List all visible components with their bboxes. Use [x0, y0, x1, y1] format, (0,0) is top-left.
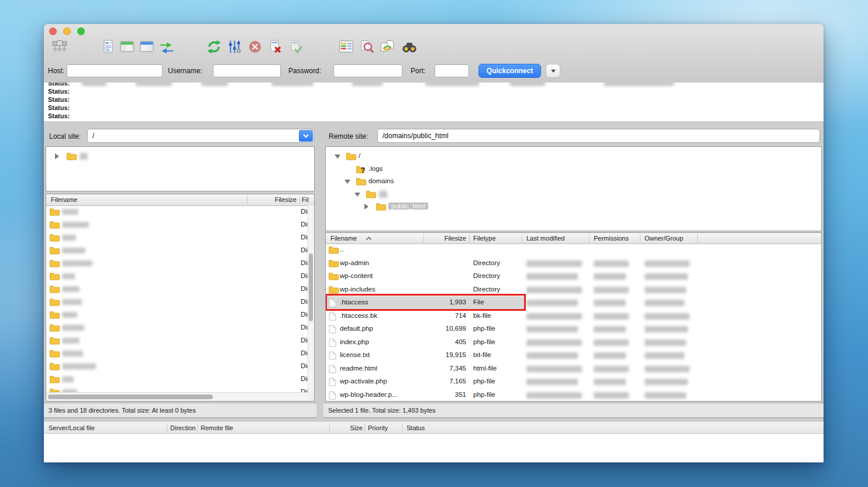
folder-icon [50, 298, 60, 307]
filesize-cell: 7,345 [414, 365, 466, 372]
remote-file-row-wp-blog-header.p...[interactable]: wp-blog-header.p...351php-file [326, 389, 821, 402]
local-tree-toggle-icon[interactable] [119, 38, 135, 56]
folder-icon [376, 203, 386, 212]
filetype-cell: php-file [473, 338, 495, 345]
local-col-filetype[interactable]: Fil [302, 194, 309, 205]
tree-item-label: / [359, 152, 360, 159]
password-input[interactable] [333, 64, 402, 77]
remote-col-last-modified[interactable]: Last modified [526, 233, 564, 244]
refresh-icon[interactable] [206, 38, 222, 56]
cancel-operation-icon[interactable] [247, 38, 263, 56]
tree-item-[interactable]: / [326, 150, 821, 163]
local-site-combobox[interactable]: / [87, 129, 314, 143]
host-input[interactable] [67, 64, 163, 77]
queue-col-direction[interactable]: Direction [170, 422, 195, 434]
remote-col-filename[interactable]: Filename [330, 233, 357, 244]
directory-comparison-icon[interactable] [338, 38, 354, 56]
remote-col-filesize[interactable]: Filesize [425, 233, 466, 244]
local-horizontal-scrollbar[interactable] [46, 392, 308, 401]
chevron-down-icon [551, 70, 556, 73]
find-files-on-server-icon[interactable] [359, 38, 375, 56]
folder-icon [50, 375, 60, 385]
tree-item-label: domains [368, 177, 394, 184]
quickconnect-button[interactable]: Quickconnect [478, 64, 541, 78]
local-col-filesize[interactable]: Filesize [241, 194, 297, 205]
remote-file-row-wp-admin[interactable]: wp-adminDirectory [326, 257, 821, 270]
synchronized-browsing-icon[interactable] [379, 38, 395, 56]
filename-cell: readme.html [340, 365, 377, 372]
collapse-arrow-icon[interactable] [354, 193, 360, 197]
expand-arrow-icon[interactable] [364, 204, 368, 210]
remote-file-row-wp-content[interactable]: wp-contentDirectory [326, 270, 821, 283]
zoom-button[interactable] [77, 28, 85, 35]
scrollbar-thumb[interactable] [309, 253, 313, 321]
tree-item-logs[interactable]: ?.logs [326, 163, 821, 176]
collapse-arrow-icon[interactable] [345, 180, 350, 184]
local-file-row[interactable]: Dir [46, 347, 308, 360]
local-file-row[interactable]: Dir [46, 360, 308, 373]
local-file-row[interactable]: Dir [46, 205, 308, 218]
remote-col-permissions[interactable]: Permissions [594, 233, 629, 244]
username-label: Username: [168, 67, 202, 75]
remote-col-filetype[interactable]: Filetype [473, 233, 496, 244]
local-file-row[interactable]: Dir [46, 296, 308, 308]
minimize-button[interactable] [63, 28, 71, 35]
window-chrome: Host: Username: Password: Port: Quickcon… [44, 24, 824, 83]
username-input[interactable] [213, 64, 281, 77]
remote-col-owner-group[interactable]: Owner/Group [645, 233, 683, 244]
remote-file-row-.htaccess[interactable]: .htaccess1,993File [326, 296, 821, 310]
transfer-queue-toggle-icon[interactable] [159, 38, 175, 56]
local-file-row[interactable]: Dir [46, 373, 308, 386]
remote-file-row-default.php[interactable]: default.php10,699php-file [326, 323, 821, 336]
local-file-row[interactable]: Dir [46, 270, 308, 283]
message-log-toggle-icon[interactable] [100, 38, 116, 56]
local-file-row[interactable]: Dir [46, 231, 308, 244]
tree-item[interactable] [326, 188, 821, 201]
close-button[interactable] [49, 28, 57, 35]
remote-file-row-.htaccess.bk[interactable]: .htaccess.bk714bk-file [326, 310, 821, 323]
local-file-row[interactable]: Dir [46, 334, 308, 347]
tree-item[interactable] [46, 150, 314, 163]
filter-icon[interactable] [226, 38, 243, 56]
local-vertical-scrollbar[interactable] [308, 205, 314, 393]
local-file-row[interactable]: Dir [46, 308, 308, 321]
status-log-line: Status: [48, 112, 818, 121]
folder-icon [50, 349, 60, 359]
quickconnect-dropdown-button[interactable] [546, 64, 560, 78]
remote-file-row-wp-activate.php[interactable]: wp-activate.php7,165php-file [326, 375, 821, 389]
local-directory-tree[interactable] [46, 146, 315, 191]
remote-tree-toggle-icon[interactable] [139, 38, 155, 56]
expand-arrow-icon[interactable] [55, 153, 59, 159]
queue-col-remote-file[interactable]: Remote file [201, 422, 233, 434]
scrollbar-thumb[interactable] [48, 395, 213, 399]
local-site-dropdown-button[interactable] [299, 130, 313, 142]
remote-file-row-..[interactable]: .. [326, 244, 821, 257]
site-manager-icon[interactable] [51, 38, 68, 56]
filetype-cell: php-file [473, 378, 495, 385]
queue-col-status[interactable]: Status [407, 422, 425, 434]
queue-col-server-local-file[interactable]: Server/Local file [49, 422, 95, 434]
remote-directory-tree[interactable]: /?.logsdomainspublic_html [325, 146, 822, 231]
local-file-row[interactable]: Dir [46, 244, 308, 257]
status-log-line: Status: [48, 83, 818, 88]
collapse-arrow-icon[interactable] [335, 155, 340, 159]
local-file-row[interactable]: Dir [46, 218, 308, 231]
local-col-filename[interactable]: Filename [51, 194, 77, 205]
local-file-row[interactable]: Dir [46, 283, 308, 296]
queue-col-priority[interactable]: Priority [368, 422, 388, 434]
remote-site-combobox[interactable]: /domains/public_html [377, 129, 820, 143]
remote-file-row-index.php[interactable]: index.php405php-file [326, 336, 821, 349]
tree-item-public_html[interactable]: public_html [326, 200, 821, 213]
filename-cell: .htaccess [340, 299, 368, 306]
remote-file-row-license.txt[interactable]: license.txt19,915txt-file [326, 349, 821, 362]
local-file-row[interactable]: Dir [46, 321, 308, 334]
queue-col-size[interactable]: Size [333, 422, 363, 434]
search-binoculars-icon[interactable] [401, 38, 418, 56]
port-input[interactable] [435, 64, 469, 77]
reconnect-icon[interactable] [288, 38, 304, 56]
remote-file-row-wp-includes[interactable]: wp-includesDirectory [326, 283, 821, 297]
tree-item-domains[interactable]: domains [326, 175, 821, 188]
disconnect-icon[interactable] [267, 38, 284, 56]
remote-file-row-readme.html[interactable]: readme.html7,345html-file [326, 362, 821, 376]
local-file-row[interactable]: Dir [46, 257, 308, 270]
